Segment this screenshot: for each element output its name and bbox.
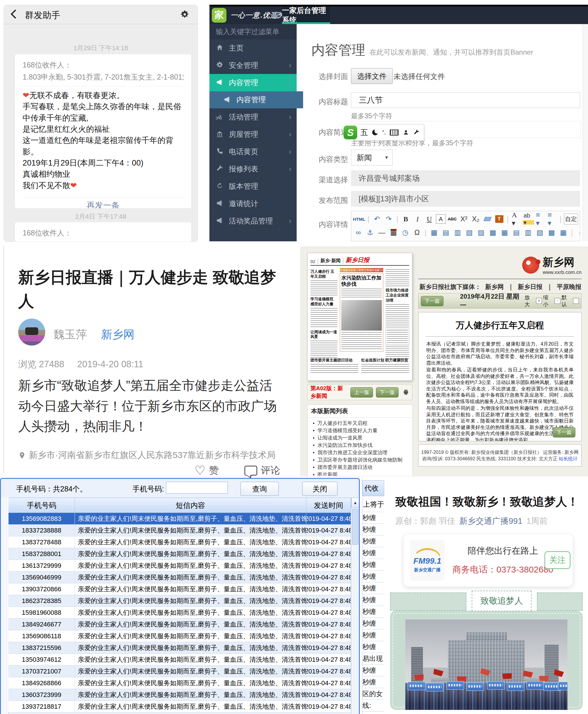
editor-blue-icon[interactable]: ∞ [353, 227, 364, 238]
phone-search-input[interactable] [166, 482, 228, 494]
sidebar-item-安全管理[interactable]: 安全管理› [209, 57, 297, 74]
footer-stats-link[interactable]: 站长统计 [559, 456, 578, 461]
editor-under-icon[interactable]: U [424, 213, 435, 224]
sidebar-item-邀请统计[interactable]: 邀请统计 [209, 195, 297, 212]
avatar[interactable] [18, 319, 45, 346]
scrollbar-thumb[interactable] [352, 509, 358, 545]
table-row[interactable]: 13569046999亲爱的业主家人们!周末便民服务如期而至,磨剪子、量血压、清… [8, 571, 351, 583]
account-link[interactable]: 新乡交通广播991 [459, 516, 523, 525]
editor-hl-icon[interactable]: ab ▾ [523, 213, 534, 224]
scrollbar[interactable] [583, 24, 588, 241]
reset-icon[interactable] [573, 298, 579, 304]
sidebar-item-内容管理[interactable]: 内容管理⌄ [209, 74, 297, 91]
editor-blue-icon[interactable]: ▤ [441, 227, 451, 238]
back-icon[interactable] [10, 9, 20, 19]
editor-blue-icon[interactable]: ▦ [499, 227, 510, 238]
column-header-message[interactable]: 短信内容 [75, 498, 306, 513]
person-icon[interactable] [403, 129, 409, 136]
table-row[interactable]: 18337238888亲爱的业主家人们!周末便民服务如期而至,磨剪子、量血压、清… [8, 525, 351, 536]
table-row[interactable]: 13903720866亲爱的业主家人们!周末便民服务如期而至,磨剪子、量血压、清… [8, 583, 351, 595]
table-row[interactable]: 15837288001亲爱的业主家人们!周末便民服务如期而至,磨剪子、量血压、清… [8, 548, 351, 560]
editor-italic-icon[interactable]: I [412, 213, 423, 224]
prev-page-button[interactable]: 上一版 [350, 387, 373, 397]
news-list-item[interactable]: 团市委开展主题团日活动 [317, 463, 413, 471]
table-row[interactable]: 13837215596亲爱的业主家人们!周末便民服务如期而至,磨剪子、量血压、清… [8, 642, 351, 654]
news-list-item[interactable]: 万人健步行五年又启程 [317, 419, 413, 427]
media-link[interactable]: 新乡网 [485, 283, 504, 290]
editor-boxed-icon[interactable]: A [436, 214, 446, 224]
editor-icon[interactable]: X² [459, 213, 469, 224]
editor-icon[interactable]: Ω [412, 227, 422, 238]
sent-message-card[interactable]: 168位收件人： 1.803申永勤, 5-301乔震, 7-201詹玉女主, 2… [15, 54, 191, 208]
editor-color-icon[interactable]: A ▾ [511, 213, 522, 224]
type-select[interactable]: 新闻▼ [351, 150, 393, 166]
editor-icon[interactable]: ( [575, 227, 580, 238]
news-list-item[interactable]: 水污染防治工作加快步伐 [317, 441, 413, 449]
sogou-logo-icon[interactable]: S [344, 126, 357, 139]
sidebar-item-电话黄页[interactable]: 电话黄页› [209, 143, 297, 160]
zoom-out-icon[interactable]: - [554, 298, 560, 304]
close-button[interactable]: 关闭 [302, 482, 337, 496]
editor-icon[interactable]: — [377, 227, 387, 238]
editor-blue-icon[interactable]: ▩ [487, 227, 498, 238]
editor-word-icon[interactable]: HTML [353, 213, 365, 224]
editor-blue-icon[interactable]: ≡ ▾ [535, 213, 546, 224]
table-row[interactable]: 13837278488亲爱的业主家人们!周末便民服务如期而至,磨剪子、量血压、清… [8, 536, 351, 548]
sidebar-item-房屋管理[interactable]: 房屋管理› [209, 126, 297, 143]
follow-button[interactable]: 关注 [545, 551, 570, 569]
scope-field[interactable]: [模板][13]许昌市小区 [351, 191, 580, 207]
news-list-item[interactable]: 卫滨区举办专题培训强化病媒生物防制 [317, 456, 413, 463]
like-button[interactable]: ♡赞 [194, 464, 219, 477]
keyboard-icon[interactable] [390, 129, 399, 136]
column-header-time[interactable]: 发送时间 [306, 498, 351, 513]
editor-blue-icon[interactable]: ▦ [429, 227, 439, 238]
table-row[interactable]: 13603723999亲爱的业主家人们!周末便民服务如期而至,磨剪子、量血压、清… [8, 689, 351, 701]
wubi-icon[interactable]: 五 [360, 127, 368, 138]
column-header-phone[interactable]: 手机号码 [8, 498, 75, 513]
table-row[interactable]: 18623728385亲爱的业主家人们!周末便民服务如期而至,磨剪子、量血压、清… [8, 595, 351, 607]
news-list-item[interactable]: 图片新闻 [317, 471, 413, 476]
site-logo[interactable]: 新乡网 www.xxrb.com.cn [418, 253, 582, 277]
table-row[interactable]: 13569086118亲爱的业主家人们!周末便民服务如期而至,磨剪子、量血压、清… [8, 630, 351, 642]
table-row[interactable]: 13849246677亲爱的业主家人们!周末便民服务如期而至,磨剪子、量血压、清… [8, 619, 351, 630]
sidebar-item-内容管理[interactable]: 内容管理 [209, 91, 303, 108]
query-button[interactable]: 查询 [240, 482, 279, 496]
sidebar-item-版本管理[interactable]: 版本管理 [209, 178, 297, 195]
choose-file-button[interactable]: 选择文件 [351, 68, 393, 84]
title-input[interactable] [351, 92, 580, 108]
wrench-icon[interactable] [413, 129, 420, 136]
punctuation-icon[interactable]: °, [382, 129, 386, 136]
resend-button[interactable]: 再发一条 [23, 197, 184, 208]
channel-field[interactable]: 许昌壹号城邦案场 [351, 170, 580, 186]
table-row[interactable]: 13613729999亲爱的业主家人们!周末便民服务如期而至,磨剪子、量血压、清… [8, 560, 351, 571]
printer-icon[interactable] [403, 389, 409, 395]
table-row[interactable]: 13937218817亲爱的业主家人们!周末便民服务如期而至,磨剪子、量血压、清… [8, 701, 351, 713]
table-row[interactable]: 13569082883亲爱的业主家人们!周末便民服务如期而至,磨剪子、量血压、清… [8, 513, 351, 525]
editor-blue-icon[interactable]: ▤ [511, 227, 522, 238]
zoom-in-icon[interactable]: + [536, 298, 542, 304]
table-row[interactable]: 13703721007亲爱的业主家人们!周末便民服务如期而至,磨剪子、量血压、清… [8, 666, 351, 677]
editor-blue-icon[interactable]: ▨ [476, 227, 486, 238]
zoom-out-label[interactable]: 缩小 [543, 294, 553, 308]
gear-icon[interactable] [180, 10, 189, 19]
menu-icon[interactable] [272, 12, 280, 19]
editor-paste-icon[interactable]: T [494, 213, 505, 224]
brand-logo[interactable]: 家 [212, 8, 227, 23]
table-row[interactable]: 13503974612亲爱的业主家人们!周末便民服务如期而至,磨剪子、量血压、清… [8, 654, 351, 666]
editor-blue-icon[interactable]: ▦ [558, 227, 569, 238]
location-row[interactable]: 新乡市·河南省新乡市红旗区人民东路537靠近新乡市科学技术局 [18, 449, 275, 461]
news-list-item[interactable]: 让阅读成为一道风景 [317, 434, 413, 441]
source-link[interactable]: 新乡网 [101, 327, 134, 342]
next-page-button[interactable]: 下一版 [376, 387, 399, 397]
editor-blue-icon[interactable]: ↶ [372, 213, 382, 224]
editor-icon[interactable]: X₂ [470, 213, 481, 224]
table-row[interactable]: 15981960088亲爱的业主家人们!周末便民服务如期而至,磨剪子、量血压、清… [8, 607, 351, 619]
reset-label[interactable]: 默认 [562, 294, 572, 308]
media-link[interactable]: 平原晚报 [556, 283, 581, 290]
news-list-item[interactable]: 学习道德模范感受好人力量 [317, 427, 413, 434]
sidebar-item-活动管理[interactable]: 活动管理› [209, 108, 297, 126]
table-row[interactable]: 13849268866亲爱的业主家人们!周末便民服务如期而至,磨剪子、量血压、清… [8, 677, 351, 689]
next-article-button[interactable]: 下一篇 [421, 296, 443, 306]
sent-message-card[interactable]: 168位收件人： [15, 222, 191, 242]
editor-blue-icon[interactable]: ↷ [383, 213, 394, 224]
